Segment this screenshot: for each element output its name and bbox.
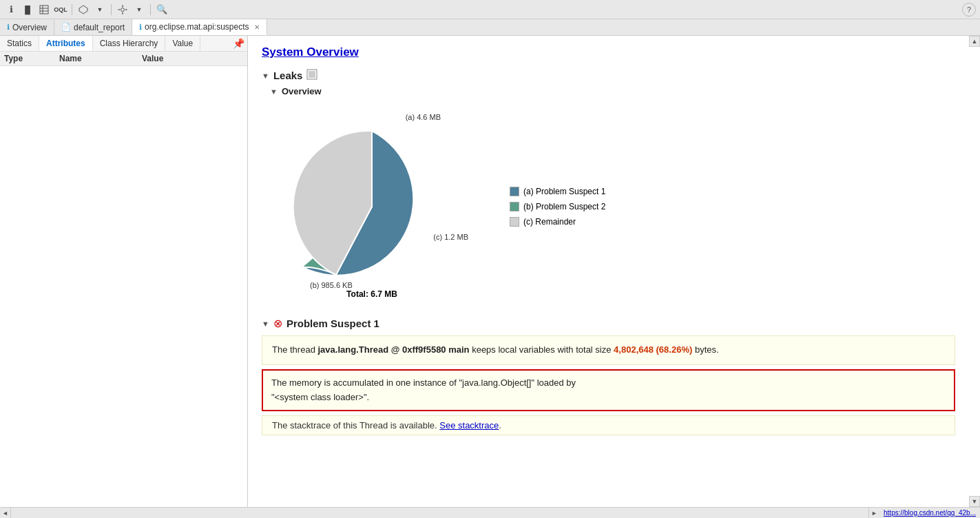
system-overview-title[interactable]: System Overview bbox=[262, 41, 955, 63]
svg-rect-9 bbox=[125, 9, 127, 10]
toolbar-sep-1 bbox=[72, 4, 72, 15]
scroll-left-arrow[interactable]: ◄ bbox=[0, 508, 11, 519]
overview-title: Overview bbox=[282, 86, 322, 96]
tab-statics[interactable]: Statics bbox=[0, 36, 39, 51]
tab-value[interactable]: Value bbox=[165, 36, 200, 51]
pie-chart bbox=[275, 103, 468, 296]
left-tab-bar: Statics Attributes Class Hierarchy Value… bbox=[0, 36, 247, 52]
problem1-desc-bold-1: java.lang.Thread @ 0xff9f5580 main bbox=[318, 344, 470, 355]
highlight-text: The memory is accumulated in one instanc… bbox=[271, 377, 459, 388]
tab-suspects[interactable]: ℹ org.eclipse.mat.api:suspects ✕ bbox=[132, 19, 267, 35]
highlight-bold-2: "<system class loader>". bbox=[271, 392, 369, 402]
problem-suspect-1-title: Problem Suspect 1 bbox=[286, 318, 379, 329]
leaks-collapse-arrow[interactable]: ▼ bbox=[262, 72, 269, 80]
bottom-bar: ◄ ► https://blog.csdn.net/qq_42b... bbox=[0, 507, 980, 518]
problem1-highlight-box: The memory is accumulated in one instanc… bbox=[262, 369, 955, 412]
scroll-track[interactable] bbox=[11, 508, 868, 518]
legend-label-c: (c) Remainder bbox=[523, 217, 576, 227]
problem1-info-box: The thread java.lang.Thread @ 0xff9f5580… bbox=[262, 335, 955, 365]
scroll-up-arrow[interactable]: ▲ bbox=[969, 36, 980, 47]
problem1-desc-normal-1: The thread bbox=[272, 344, 318, 355]
problem-suspect-1-header: ▼ ⊗ Problem Suspect 1 bbox=[262, 317, 955, 330]
tab-overview-label: Overview bbox=[12, 23, 47, 32]
scroll-down-arrow[interactable]: ▼ bbox=[969, 496, 980, 507]
problem1-desc-normal-2: keeps local variables with total size bbox=[470, 344, 614, 355]
legend-color-c bbox=[510, 217, 519, 227]
toolbar-sep-2 bbox=[111, 4, 112, 15]
bottom-url[interactable]: https://blog.csdn.net/qq_42b... bbox=[879, 509, 980, 517]
svg-marker-4 bbox=[79, 6, 87, 14]
tab-bar: ℹ Overview 📄 default_report ℹ org.eclips… bbox=[0, 19, 980, 36]
pie-label-a: (a) 4.6 MB bbox=[406, 113, 441, 121]
problem1-error-icon: ⊗ bbox=[273, 317, 282, 330]
legend-color-a bbox=[510, 187, 519, 196]
toolbar-sep-3 bbox=[150, 4, 151, 15]
tab-overview-icon: ℹ bbox=[7, 23, 10, 32]
highlight-bold-1: "java.lang.Object[]" bbox=[459, 377, 534, 388]
legend-label-a: (a) Problem Suspect 1 bbox=[523, 187, 605, 196]
legend-item-a: (a) Problem Suspect 1 bbox=[510, 187, 605, 196]
tab-default-report-icon: 📄 bbox=[61, 23, 71, 32]
problem1-desc-normal-3: bytes. bbox=[692, 344, 718, 355]
col-value-header: Value bbox=[142, 54, 243, 63]
problem-suspect-1-section: ▼ ⊗ Problem Suspect 1 The thread java.la… bbox=[262, 317, 955, 435]
overview-collapse-arrow[interactable]: ▼ bbox=[270, 87, 278, 96]
tab-suspects-label: org.eclipse.mat.api:suspects bbox=[145, 22, 249, 32]
problem1-desc-bold-2: 4,802,648 (68.26%) bbox=[614, 344, 692, 355]
tab-attributes[interactable]: Attributes bbox=[39, 36, 93, 51]
leaks-icon bbox=[306, 69, 317, 82]
svg-point-5 bbox=[121, 8, 125, 11]
legend-item-b: (b) Problem Suspect 2 bbox=[510, 202, 605, 211]
svg-rect-11 bbox=[309, 71, 315, 78]
chart-container: (a) 4.6 MB (b) 985.6 KB (c) 1.2 MB Total… bbox=[275, 103, 955, 310]
tab-overview[interactable]: ℹ Overview bbox=[0, 19, 54, 35]
highlight-normal-2: loaded by bbox=[534, 377, 576, 388]
tab-default-report[interactable]: 📄 default_report bbox=[54, 19, 132, 35]
problem1-collapse-arrow[interactable]: ▼ bbox=[262, 320, 269, 328]
tab-class-hierarchy[interactable]: Class Hierarchy bbox=[93, 36, 166, 51]
settings-icon[interactable] bbox=[116, 3, 129, 17]
tab-default-report-label: default_report bbox=[74, 23, 125, 32]
main-toolbar: ℹ ▐▌ OQL ▼ ▼ 🔍 ? bbox=[0, 0, 980, 19]
content-area: System Overview ▼ Leaks ▼ Overview bbox=[248, 36, 969, 446]
overview-subsection-header: ▼ Overview bbox=[270, 86, 955, 96]
tab-suspects-icon: ℹ bbox=[139, 23, 142, 32]
stacktrace-prefix: The stacktrace of this Thread is availab… bbox=[272, 420, 439, 431]
chart-legend: (a) Problem Suspect 1 (b) Problem Suspec… bbox=[510, 187, 605, 227]
left-table-body bbox=[0, 66, 247, 507]
col-name-header: Name bbox=[59, 54, 142, 63]
dropdown1-icon[interactable]: ▼ bbox=[93, 3, 107, 17]
left-tab-actions: 📌 bbox=[233, 36, 247, 51]
table-icon[interactable] bbox=[37, 3, 51, 17]
svg-rect-0 bbox=[40, 6, 48, 14]
svg-rect-6 bbox=[122, 5, 123, 7]
heap-icon[interactable] bbox=[76, 3, 90, 17]
legend-item-c: (c) Remainder bbox=[510, 217, 605, 227]
pin-icon[interactable]: 📌 bbox=[233, 38, 244, 49]
info-icon[interactable]: ℹ bbox=[4, 3, 18, 17]
leaks-title: Leaks bbox=[273, 70, 303, 81]
stacktrace-suffix: . bbox=[499, 420, 501, 431]
tab-suspects-close[interactable]: ✕ bbox=[254, 23, 260, 31]
pie-label-c: (c) 1.2 MB bbox=[433, 233, 468, 241]
dropdown2-icon[interactable]: ▼ bbox=[132, 3, 146, 17]
right-content[interactable]: ▲ System Overview ▼ Leaks ▼ Overview bbox=[248, 36, 980, 507]
left-panel: Statics Attributes Class Hierarchy Value… bbox=[0, 36, 248, 507]
leaks-section-header: ▼ Leaks bbox=[262, 69, 955, 82]
problem1-stacktrace-line: The stacktrace of this Thread is availab… bbox=[262, 415, 955, 435]
help-button[interactable]: ? bbox=[962, 3, 976, 17]
search-icon[interactable]: 🔍 bbox=[155, 3, 169, 17]
left-table-header: Type Name Value bbox=[0, 52, 247, 66]
bar-chart-icon[interactable]: ▐▌ bbox=[21, 3, 34, 17]
pie-label-b: (b) 985.6 KB bbox=[310, 281, 353, 289]
legend-color-b bbox=[510, 202, 519, 211]
svg-rect-8 bbox=[118, 9, 121, 10]
see-stacktrace-link[interactable]: See stacktrace bbox=[439, 420, 499, 431]
svg-rect-7 bbox=[122, 12, 123, 14]
main-layout: Statics Attributes Class Hierarchy Value… bbox=[0, 36, 980, 507]
col-type-header: Type bbox=[4, 54, 59, 63]
legend-label-b: (b) Problem Suspect 2 bbox=[523, 202, 605, 211]
scroll-right-arrow[interactable]: ► bbox=[868, 508, 879, 519]
oql-icon[interactable]: OQL bbox=[54, 3, 67, 17]
